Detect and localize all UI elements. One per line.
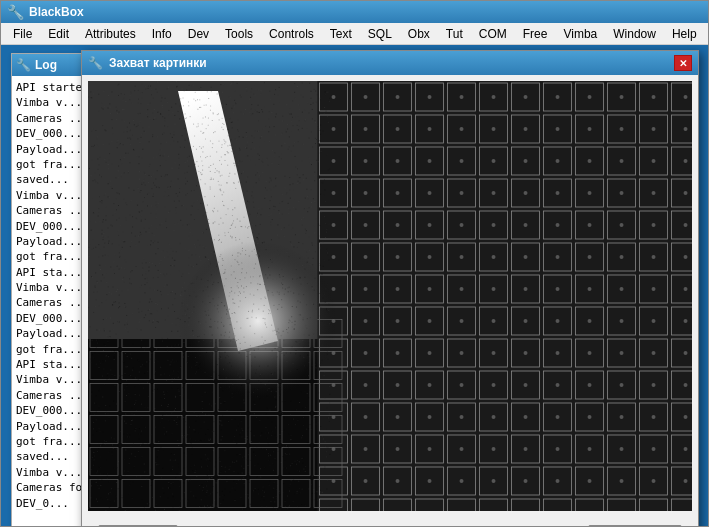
capture-title-bar: 🔧 Захват картинки ✕ [82, 51, 698, 75]
camera-canvas [88, 81, 692, 511]
main-window: 🔧 BlackBox File Edit Attributes Info Dev… [0, 0, 709, 527]
capture-icon: 🔧 [88, 56, 103, 70]
capture-window: 🔧 Захват картинки ✕ Снимок Сохранить [81, 50, 699, 526]
menu-dev[interactable]: Dev [180, 25, 217, 43]
menu-com[interactable]: COM [471, 25, 515, 43]
menu-window[interactable]: Window [605, 25, 664, 43]
menu-bar: File Edit Attributes Info Dev Tools Cont… [1, 23, 708, 45]
menu-tut[interactable]: Tut [438, 25, 471, 43]
menu-sql[interactable]: SQL [360, 25, 400, 43]
save-button[interactable]: Сохранить [588, 525, 682, 526]
menu-attributes[interactable]: Attributes [77, 25, 144, 43]
menu-vimba[interactable]: Vimba [555, 25, 605, 43]
menu-text[interactable]: Text [322, 25, 360, 43]
snapshot-button[interactable]: Снимок [98, 525, 178, 526]
menu-edit[interactable]: Edit [40, 25, 77, 43]
capture-close-button[interactable]: ✕ [674, 55, 692, 71]
menu-file[interactable]: File [5, 25, 40, 43]
main-title-bar: 🔧 BlackBox [1, 1, 708, 23]
capture-title: Захват картинки [109, 56, 207, 70]
menu-info[interactable]: Info [144, 25, 180, 43]
capture-buttons: Снимок Сохранить [82, 517, 698, 526]
capture-title-left: 🔧 Захват картинки [88, 56, 207, 70]
menu-controls[interactable]: Controls [261, 25, 322, 43]
menu-tools[interactable]: Tools [217, 25, 261, 43]
app-title: BlackBox [29, 5, 84, 19]
log-title-left: 🔧 Log [16, 58, 57, 72]
log-title: Log [35, 58, 57, 72]
menu-free[interactable]: Free [515, 25, 556, 43]
app-icon: 🔧 [7, 4, 24, 20]
log-icon: 🔧 [16, 58, 31, 72]
menu-help[interactable]: Help [664, 25, 705, 43]
content-area: 🔧 Log — □ ✕ API startedVimba v...Cameras… [1, 45, 708, 526]
menu-obx[interactable]: Obx [400, 25, 438, 43]
image-area [88, 81, 692, 511]
